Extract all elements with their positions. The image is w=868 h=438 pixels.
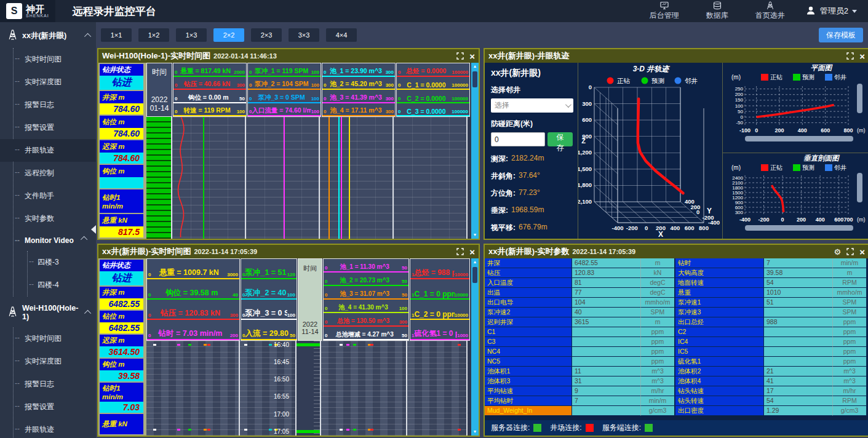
- realtime-param-table: 井深6482.55m钻时7min/m钻压120.83kN大钩高度39.58m入口…: [485, 258, 868, 416]
- sidebar-item-四楼-3[interactable]: 四楼-3: [28, 251, 96, 274]
- user-menu[interactable]: 管理员2: [797, 5, 868, 18]
- gear-icon[interactable]: ⚙: [834, 248, 842, 256]
- topbar-menu-后台管理[interactable]: 后台管理: [638, 1, 691, 21]
- scroll-thumb[interactable]: [472, 71, 477, 87]
- close-icon[interactable]: ×: [469, 52, 475, 61]
- curve-text: 钻时 = 7.03 min/m: [151, 328, 229, 339]
- param-block: 钩位 m: [100, 165, 143, 188]
- sidebar-item-Monitor Video[interactable]: Monitor Video: [14, 230, 96, 251]
- layout-button-1×1[interactable]: 1×1: [101, 28, 132, 42]
- param-block: 钩位 m39.58: [100, 359, 143, 381]
- curve-header: 0泵冲_3 = 0 SPM100: [241, 300, 297, 320]
- sidebar-item-实时参数[interactable]: 实时参数: [14, 207, 96, 230]
- layout-button-3×3[interactable]: 3×3: [289, 28, 319, 42]
- layout-button-1×3[interactable]: 1×3: [176, 28, 207, 42]
- param-label: 井深: [485, 258, 572, 268]
- panel-title: xx井(新井眼)-实时时间图: [102, 246, 191, 257]
- anticollision-distance-input[interactable]: [491, 132, 545, 146]
- sidebar-well-xx井(新井眼)[interactable]: xx井(新井眼): [0, 22, 96, 48]
- scroll-down-icon[interactable]: ▼: [473, 231, 477, 239]
- trajectory-3d-svg: 3-D 井轨迹正钻预测邻井03006009001,2001,5001,8002,…: [578, 63, 723, 239]
- close-icon[interactable]: ×: [469, 247, 475, 257]
- sidebar-item-四楼-4[interactable]: 四楼-4: [28, 274, 96, 297]
- svg-text:250: 250: [735, 86, 744, 92]
- topbar-menu-label: 后台管理: [650, 10, 679, 21]
- user-icon: [805, 5, 816, 18]
- brand-name: 神开: [26, 5, 49, 14]
- curve-max: 1000: [457, 333, 468, 339]
- sidebar-item-井眼轨迹[interactable]: 井眼轨迹: [14, 418, 96, 438]
- topbar-menu-首页选井[interactable]: 首页选井: [744, 1, 797, 21]
- track-header: 0泵冲_1 = 119 SPM1000泵冲_2 = 104 SPM1000泵冲_…: [247, 63, 321, 117]
- svg-text:-200: -200: [759, 217, 770, 223]
- sidebar-collapse-arrow[interactable]: [91, 225, 96, 234]
- svg-text:预测: 预测: [651, 77, 664, 84]
- neighbor-well-select[interactable]: 选择: [491, 98, 573, 113]
- curve-max: 100: [311, 109, 319, 115]
- sidebar-item-远程控制[interactable]: 远程控制: [14, 162, 96, 185]
- curve-line: [338, 117, 340, 239]
- vertical-scrollbar[interactable]: [857, 173, 862, 202]
- save-distance-button[interactable]: 保存: [547, 132, 573, 146]
- expand-icon[interactable]: [456, 248, 464, 255]
- vertical-scrollbar[interactable]: ▲▼: [471, 63, 479, 239]
- scroll-thumb[interactable]: [472, 267, 477, 283]
- trajectory-3d-plot: 3-D 井轨迹正钻预测邻井03006009001,2001,5001,8002,…: [578, 63, 723, 239]
- param-unit: RPM: [833, 396, 867, 406]
- layout-button-2×3[interactable]: 2×3: [251, 28, 282, 42]
- layout-button-2×2[interactable]: 2×2: [213, 28, 244, 42]
- time-column-body[interactable]: [297, 341, 321, 436]
- sidebar-item-报警日志[interactable]: 报警日志: [14, 373, 96, 396]
- param-unit: RPM: [833, 278, 867, 288]
- curve-text: 池_2 = 45.20 m^3: [326, 80, 385, 89]
- vertical-scrollbar[interactable]: ▲▼: [471, 258, 479, 436]
- curve-max: 100: [287, 292, 295, 298]
- curve-header: 0入流 = 29.80 l/s50: [241, 320, 297, 340]
- sidebar-item-井眼轨迹[interactable]: 井眼轨迹: [0, 139, 96, 162]
- layout-button-1×2[interactable]: 1×2: [138, 28, 169, 42]
- scroll-up-icon[interactable]: ▲: [473, 63, 477, 70]
- vertical-section-plot: 垂直剖面图(m)正钻预测邻井30060090012001500180021002…: [723, 153, 868, 239]
- scroll-up-icon[interactable]: ▲: [473, 258, 477, 266]
- save-template-button[interactable]: 保存模板: [819, 28, 863, 42]
- derrick-icon: [7, 30, 18, 42]
- vertical-scrollbar[interactable]: [857, 84, 862, 113]
- connection-status: 井场连接:: [550, 423, 593, 433]
- close-icon[interactable]: ×: [859, 52, 865, 61]
- track-body: [146, 341, 240, 436]
- sidebar-item-实时深度图[interactable]: 实时深度图: [14, 350, 96, 373]
- curve-max: 200: [230, 333, 238, 339]
- svg-text:Y: Y: [707, 207, 712, 215]
- param-unit: m: [833, 268, 867, 278]
- sidebar-item-实时时间图[interactable]: 实时时间图: [14, 48, 96, 71]
- anticollision-distance-label: 防碰距离(米): [491, 119, 573, 129]
- horizontal-scrollbar[interactable]: [745, 225, 853, 231]
- track-header: 0池_1 = 11.30 m^3500池_2 = 20.73 m^3500池_3…: [323, 258, 409, 341]
- svg-text:0: 0: [696, 209, 699, 215]
- sidebar-well-Wei-H100(Hole-1)[interactable]: Wei-H100(Hole-1): [0, 297, 96, 327]
- close-icon[interactable]: ×: [859, 247, 865, 257]
- expand-icon[interactable]: [846, 248, 854, 255]
- expand-icon[interactable]: [456, 52, 464, 60]
- expand-icon[interactable]: [846, 52, 854, 60]
- scroll-down-icon[interactable]: ▼: [473, 428, 477, 436]
- param-value: 784.60: [100, 153, 143, 164]
- curve-header: 0C_3 = 0.0000100000: [397, 103, 469, 117]
- param-unit: ppm: [833, 357, 867, 367]
- plot-plan-svg: 平面图(m)正钻预测邻井250200150100500-50-100020040…: [723, 63, 868, 150]
- sidebar-item-报警设置[interactable]: 报警设置: [14, 116, 96, 139]
- curve-line-wavy: [172, 117, 246, 237]
- svg-text:200: 200: [735, 92, 744, 97]
- field-value: 676.79m: [519, 223, 547, 233]
- svg-text:0: 0: [645, 225, 648, 231]
- sidebar-item-报警日志[interactable]: 报警日志: [14, 94, 96, 116]
- topbar-menu-数据库[interactable]: 数据库: [691, 1, 744, 21]
- sidebar-item-文件助手[interactable]: 文件助手: [14, 185, 96, 207]
- sidebar-item-实时时间图[interactable]: 实时时间图: [14, 327, 96, 350]
- topbar-menu: 后台管理数据库首页选井管理员2: [638, 0, 868, 22]
- layout-button-4×4[interactable]: 4×4: [326, 28, 357, 42]
- param-value: 39.58: [100, 370, 143, 381]
- sidebar-item-实时深度图[interactable]: 实时深度图: [14, 71, 96, 94]
- sidebar-item-报警设置[interactable]: 报警设置: [14, 396, 96, 418]
- horizontal-scrollbar[interactable]: [745, 136, 853, 141]
